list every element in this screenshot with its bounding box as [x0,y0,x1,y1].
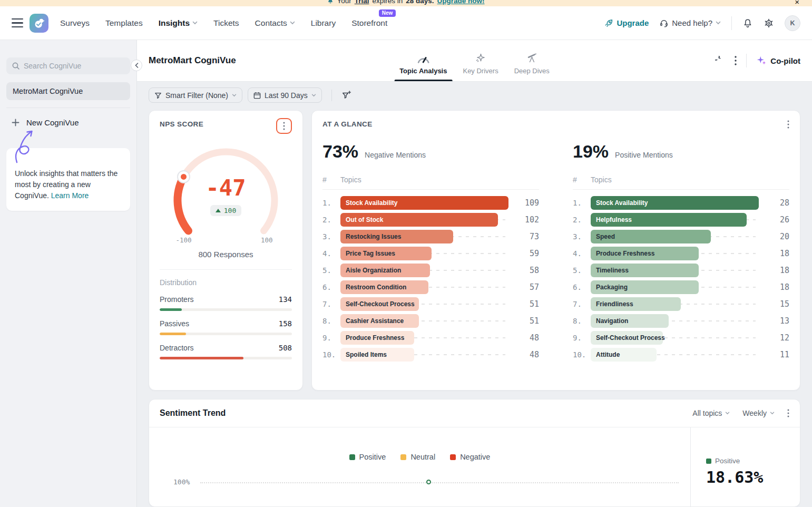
tab-topic-analysis[interactable]: Topic Analysis [398,40,448,81]
learn-more-link[interactable]: Learn More [51,191,89,200]
legend-item-neutral[interactable]: Neutral [400,453,435,461]
topic-bar[interactable]: Restocking Issues [340,230,453,243]
legend-item-positive[interactable]: Positive [349,453,386,461]
need-help-button[interactable]: Need help? [659,18,721,28]
topic-value: 18 [766,266,789,275]
upgrade-button[interactable]: Upgrade [604,18,649,28]
topic-bar[interactable]: Navigation [591,314,669,328]
topic-rank: 5. [322,266,340,275]
nav-item-library[interactable]: Library [311,18,336,28]
topic-bar[interactable]: Attitude [591,348,657,362]
topic-bar[interactable]: Helpfulness [591,213,747,227]
nav-item-insights[interactable]: Insights [159,18,198,28]
topic-bar[interactable]: Packaging [591,280,699,294]
new-cognivue-button[interactable]: New CogniVue [6,115,130,129]
negative-topic-row: 10.Spoiled Items48 [322,348,539,362]
topic-bar-track: Restroom Condition [340,280,508,294]
topic-bar[interactable]: Stock Availability [340,196,508,210]
sidebar-divider [6,108,130,108]
nps-kebab-menu-button[interactable] [276,118,292,134]
topic-bar[interactable]: Out of Stock [340,213,498,227]
topic-bar[interactable]: Price Tag Issues [340,247,432,260]
nps-card-title: NPS SCORE [160,120,203,128]
copilot-button[interactable]: Co-pilot [756,55,800,66]
topic-value: 109 [516,198,539,208]
glance-kebab-menu-icon[interactable] [787,120,789,129]
period-filter-dropdown[interactable]: Weekly [742,409,775,417]
app-logo[interactable] [30,14,48,33]
topic-rank: 2. [573,216,591,224]
topic-value: 11 [766,350,789,359]
topic-bar[interactable]: Aisle Organization [340,264,430,277]
search-input[interactable] [6,57,130,74]
nav-item-templates[interactable]: Templates [105,18,143,28]
tab-label: Key Drivers [463,67,498,75]
topics-filter-dropdown[interactable]: All topics [692,409,730,417]
topic-bar[interactable]: Self-Checkout Process [340,297,419,311]
notifications-bell-icon[interactable] [742,18,753,28]
user-avatar[interactable]: K [785,15,800,31]
sidebar-item-metromart-cognivue[interactable]: MetroMart CogniVue [6,82,130,100]
topic-rank: 1. [573,199,591,207]
headset-icon [659,18,669,28]
topic-bar[interactable]: Timeliness [591,264,699,277]
date-range-dropdown[interactable]: Last 90 Days [248,87,322,103]
legend-item-negative[interactable]: Negative [450,453,490,461]
positive-data-point[interactable] [426,480,431,484]
topic-bar[interactable]: Speed [591,230,711,243]
new-badge: New [379,9,396,17]
bell-icon [327,0,334,4]
upgrade-now-link[interactable]: Upgrade now! [437,0,485,5]
topic-bar[interactable]: Cashier Assistance [340,314,419,328]
topic-bar[interactable]: Stock Availability [591,196,759,210]
trend-kebab-menu-icon[interactable] [787,409,789,417]
positive-topic-row: 9.Self-Checkout Process12 [573,331,789,345]
tab-deep-dives[interactable]: Deep Dives [513,40,551,81]
nav-item-tickets[interactable]: Tickets [213,18,239,28]
distribution-row: Detractors508 [160,344,292,359]
distribution-value: 508 [279,344,292,352]
add-filter-icon[interactable] [341,91,351,100]
topic-rank: 2. [322,216,340,224]
tab-key-drivers[interactable]: Key Drivers [462,40,499,81]
topic-bar-track: Spoiled Items [340,348,508,362]
positive-topic-row: 2.Helpfulness26 [573,213,789,227]
topic-bar[interactable]: Self-Checkout Process [591,331,663,345]
negative-topic-row: 7.Self-Checkout Process51 [322,297,539,311]
banner-close-icon[interactable]: × [795,0,799,6]
topic-bar[interactable]: Friendliness [591,297,681,311]
sidebar-collapse-button[interactable] [131,60,142,71]
topic-bar[interactable]: Restroom Condition [340,280,428,294]
chevron-down-icon [311,94,316,97]
topic-label: Price Tag Issues [346,250,395,257]
nav-item-storefront[interactable]: NewStorefront [351,18,387,28]
settings-gear-icon[interactable] [764,18,774,28]
topic-value: 18 [766,282,789,292]
topic-label: Friendliness [596,300,633,308]
topic-bar[interactable]: Produce Freshness [340,331,414,345]
positive-topic-row: 4.Produce Freshness18 [573,247,789,260]
nav-divider [731,16,732,30]
stat-value: 18.63% [706,468,763,486]
filter-bar: Smart Filter (None) Last 90 Days [137,82,812,103]
header-kebab-menu-icon[interactable] [735,56,737,65]
topic-bar-track: Self-Checkout Process [591,331,759,345]
topic-rank: 9. [573,334,591,342]
stat-label: Positive [715,457,740,465]
nav-item-surveys[interactable]: Surveys [60,18,90,28]
nav-item-contacts[interactable]: Contacts [255,18,295,28]
topic-label: Produce Freshness [346,334,404,342]
topic-rank: 5. [573,266,591,275]
hamburger-menu-icon[interactable] [12,18,23,27]
nav-item-label: Surveys [60,18,90,28]
rocket-icon [604,18,613,28]
topic-bar[interactable]: Spoiled Items [340,348,414,362]
nav-item-label: Library [311,18,336,28]
promo-card: Unlock insights that matters the most by… [6,148,130,211]
refresh-icon[interactable] [715,56,725,66]
topic-bar[interactable]: Produce Freshness [591,247,699,260]
negative-mentions-column: 73% Negative Mentions # Topics 1.Stock A… [322,141,539,365]
smart-filter-dropdown[interactable]: Smart Filter (None) [149,87,242,103]
filter-icon [154,92,162,99]
gauge-icon [416,54,430,63]
